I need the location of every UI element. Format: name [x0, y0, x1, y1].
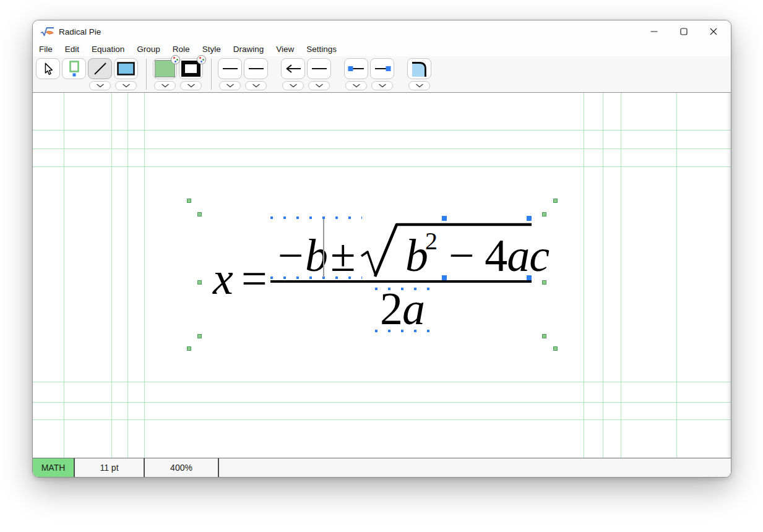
endpoint-end-style-button[interactable]: [370, 58, 394, 79]
endpoint-start-style-button[interactable]: [344, 58, 368, 79]
menu-style[interactable]: Style: [196, 43, 227, 56]
horizontal-line-icon: [222, 66, 238, 71]
selection-handle-green[interactable]: [553, 199, 558, 203]
endpoint-end-style-dropdown[interactable]: [371, 81, 393, 90]
equation-equals[interactable]: =: [241, 255, 267, 301]
equation-denominator-2: 2: [380, 283, 402, 334]
selection-handle-green[interactable]: [187, 346, 191, 351]
chevron-down-icon: [378, 84, 387, 88]
cursor-arrow-icon: [41, 62, 55, 76]
selection-handle-green[interactable]: [197, 280, 202, 285]
radical-sign[interactable]: [356, 218, 536, 280]
rectangle-tool: [114, 58, 138, 90]
status-font-size[interactable]: 11 pt: [75, 458, 145, 477]
menu-role[interactable]: Role: [166, 43, 196, 56]
maximize-button[interactable]: [669, 20, 699, 43]
desktop-background: Radical Pie: [0, 0, 763, 532]
line-square-left-icon: [348, 66, 365, 72]
selection-handle-green[interactable]: [197, 334, 202, 338]
menu-edit[interactable]: Edit: [59, 43, 85, 56]
line-style-solid-dropdown[interactable]: [219, 81, 241, 90]
rectangle-tool-dropdown[interactable]: [115, 81, 137, 90]
equation-box-icon: [67, 61, 81, 77]
selection-handle-green[interactable]: [542, 334, 546, 338]
rectangle-tool-button[interactable]: [114, 58, 138, 79]
status-zoom-level[interactable]: 400%: [145, 458, 219, 477]
selection-handle-green[interactable]: [197, 212, 202, 217]
selection-handle-blue[interactable]: [527, 275, 532, 280]
select-tool-button[interactable]: [36, 58, 60, 79]
chevron-down-icon: [226, 84, 235, 88]
palette-badge-icon: [197, 55, 206, 64]
menu-equation[interactable]: Equation: [85, 43, 131, 56]
border-color-swatch: [179, 58, 203, 90]
chevron-down-icon: [96, 84, 105, 88]
selection-dotted-edge: [270, 217, 362, 219]
equation-denominator-a: a: [402, 283, 425, 334]
arrow-start-style-button[interactable]: [281, 58, 305, 79]
line-tool: [88, 58, 112, 90]
title-bar: Radical Pie: [33, 20, 731, 43]
menu-bar: File Edit Equation Group Role Style Draw…: [33, 43, 731, 56]
selection-handle-green[interactable]: [542, 212, 546, 217]
line-weight-button[interactable]: [244, 58, 268, 79]
close-button[interactable]: [699, 20, 728, 43]
status-mode-badge[interactable]: MATH: [33, 458, 75, 477]
minimize-icon: [650, 28, 658, 35]
selection-handle-blue[interactable]: [442, 275, 447, 280]
arrow-start-style-dropdown[interactable]: [282, 81, 304, 90]
selection-handle-green[interactable]: [187, 199, 191, 203]
selection-handle-blue[interactable]: [442, 216, 447, 221]
equation-box-tool-button[interactable]: [62, 58, 86, 79]
equation-plus-minus[interactable]: ±: [330, 233, 355, 278]
line-style-solid: [218, 58, 242, 90]
menu-group[interactable]: Group: [131, 43, 166, 56]
line-tool-button[interactable]: [88, 58, 112, 79]
line-weight-dropdown[interactable]: [245, 81, 267, 90]
diagonal-line-icon: [93, 61, 108, 76]
endpoint-start-style: [344, 58, 368, 90]
selection-handle-green[interactable]: [542, 280, 546, 285]
fill-color-swatch: [153, 58, 177, 90]
arrow-end-style-dropdown[interactable]: [308, 81, 330, 90]
status-bar: MATH 11 pt 400%: [33, 458, 731, 477]
menu-settings[interactable]: Settings: [300, 43, 343, 56]
selection-handle-green[interactable]: [553, 346, 558, 351]
chevron-down-icon: [315, 84, 324, 88]
maximize-icon: [680, 28, 688, 35]
chevron-down-icon: [122, 84, 131, 88]
line-style-solid-button[interactable]: [218, 58, 242, 79]
app-icon: [40, 26, 55, 37]
menu-drawing[interactable]: Drawing: [227, 43, 270, 56]
fill-color-swatch-dropdown[interactable]: [154, 81, 176, 90]
endpoint-start-style-dropdown[interactable]: [345, 81, 367, 90]
arrow-start-style: [281, 58, 305, 90]
selection-dotted-edge: [375, 330, 429, 332]
canvas[interactable]: x = −b ± b 2 − 4ac 2a: [33, 93, 731, 458]
line-tool-dropdown[interactable]: [89, 81, 111, 90]
arrow-end-style-button[interactable]: [307, 58, 331, 79]
chevron-down-icon: [352, 84, 361, 88]
fraction-bar[interactable]: [270, 280, 532, 283]
arrow-left-icon: [285, 64, 302, 74]
equation-box-tool: [62, 58, 86, 79]
menu-file[interactable]: File: [33, 43, 59, 56]
selection-handle-blue[interactable]: [527, 216, 532, 221]
equation-denominator[interactable]: 2a: [380, 286, 425, 332]
horizontal-line-icon: [248, 66, 264, 71]
minimize-button[interactable]: [639, 20, 669, 43]
equation-numerator-minus-b[interactable]: −b: [275, 233, 327, 278]
horizontal-line-icon: [311, 66, 327, 71]
line-weight: [244, 58, 268, 90]
menu-view[interactable]: View: [270, 43, 300, 56]
app-window: Radical Pie: [32, 20, 731, 478]
rounded-corner-icon: [412, 61, 428, 77]
window-title: Radical Pie: [59, 27, 101, 36]
corner-style-button[interactable]: [407, 58, 431, 79]
select-tool: [36, 58, 60, 79]
endpoint-end-style: [370, 58, 394, 90]
equation-lhs[interactable]: x: [213, 255, 233, 301]
corner-style-dropdown[interactable]: [408, 81, 430, 90]
equation[interactable]: x = −b ± b 2 − 4ac 2a: [33, 93, 731, 458]
border-color-swatch-dropdown[interactable]: [180, 81, 202, 90]
